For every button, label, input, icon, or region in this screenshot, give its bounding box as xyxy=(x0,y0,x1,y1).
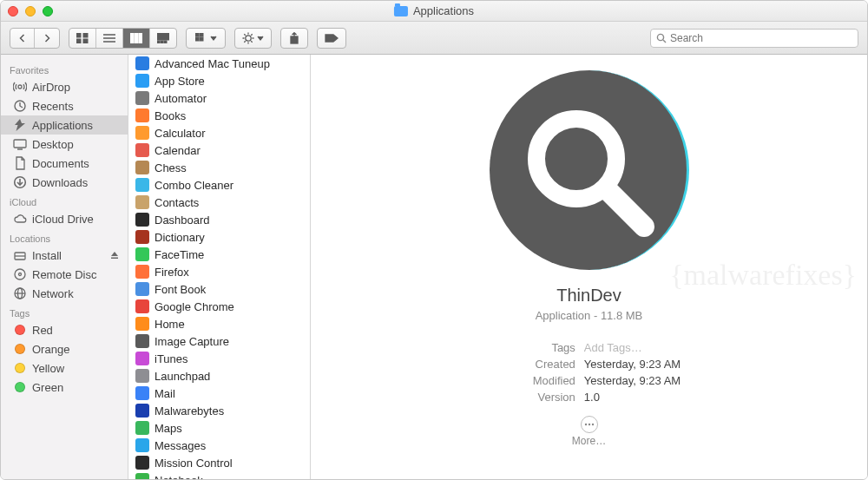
file-name: Launchpad xyxy=(155,370,210,383)
file-item[interactable]: Messages xyxy=(128,437,310,454)
file-name: Malwarebytes xyxy=(155,404,224,418)
svg-line-23 xyxy=(244,34,246,36)
sidebar-item-yellow[interactable]: Yellow xyxy=(1,358,128,378)
maximize-button[interactable] xyxy=(43,6,53,16)
network-icon xyxy=(13,286,27,300)
forward-button[interactable] xyxy=(35,29,59,48)
edit-tags-button[interactable] xyxy=(318,29,345,48)
svg-point-48 xyxy=(591,424,593,425)
file-name: Advanced Mac Tuneup xyxy=(155,57,270,70)
app-icon xyxy=(135,74,149,88)
app-icon xyxy=(135,438,149,452)
file-item[interactable]: Chess xyxy=(128,159,310,176)
file-item[interactable]: Combo Cleaner xyxy=(128,176,310,194)
more-button[interactable]: More… xyxy=(572,416,606,447)
sidebar-item-label: Applications xyxy=(32,119,93,132)
file-column[interactable]: Advanced Mac TuneupApp StoreAutomatorBoo… xyxy=(128,55,311,480)
file-name: App Store xyxy=(155,75,205,88)
sidebar-item-recents[interactable]: Recents xyxy=(1,96,128,115)
search-field[interactable] xyxy=(650,29,858,48)
column-view-button[interactable] xyxy=(123,29,150,48)
sidebar-item-red[interactable]: Red xyxy=(1,320,128,339)
downloads-icon xyxy=(13,175,27,189)
sidebar-item-install[interactable]: Install xyxy=(1,246,128,265)
file-item[interactable]: Books xyxy=(128,107,310,124)
file-item[interactable]: Notebook xyxy=(128,471,310,480)
file-item[interactable]: Firefox xyxy=(128,263,310,280)
sidebar-item-label: Recents xyxy=(32,100,74,113)
sidebar-item-downloads[interactable]: Downloads xyxy=(1,173,128,192)
search-icon xyxy=(656,33,667,43)
file-item[interactable]: Advanced Mac Tuneup xyxy=(128,55,310,72)
file-name: Google Chrome xyxy=(155,300,234,313)
arrange-button[interactable] xyxy=(187,29,225,48)
svg-rect-8 xyxy=(135,33,138,43)
file-item[interactable]: Launchpad xyxy=(128,367,310,385)
file-item[interactable]: Dictionary xyxy=(128,228,310,246)
icon-view-button[interactable] xyxy=(69,29,96,48)
app-icon xyxy=(135,195,149,209)
gallery-view-button[interactable] xyxy=(150,29,176,48)
svg-line-25 xyxy=(244,41,246,43)
app-icon xyxy=(135,108,149,122)
file-item[interactable]: Image Capture xyxy=(128,332,310,350)
sidebar-item-remote-disc[interactable]: Remote Disc xyxy=(1,265,128,284)
minimize-button[interactable] xyxy=(25,6,36,16)
list-view-button[interactable] xyxy=(96,29,123,48)
sidebar-item-airdrop[interactable]: AirDrop xyxy=(1,77,128,96)
action-button[interactable] xyxy=(235,29,271,48)
cloud-icon xyxy=(13,212,27,226)
file-item[interactable]: Dashboard xyxy=(128,211,310,228)
sidebar-item-label: Red xyxy=(32,324,53,337)
app-icon xyxy=(135,473,149,480)
desktop-icon xyxy=(13,137,27,151)
sidebar-item-desktop[interactable]: Desktop xyxy=(1,135,128,154)
file-item[interactable]: App Store xyxy=(128,72,310,89)
svg-rect-3 xyxy=(83,39,88,43)
share-button[interactable] xyxy=(281,29,307,48)
file-item[interactable]: Malwarebytes xyxy=(128,402,310,419)
meta-tags-value[interactable]: Add Tags… xyxy=(584,341,681,354)
file-item[interactable]: Google Chrome xyxy=(128,298,310,315)
window-title-text: Applications xyxy=(413,4,474,17)
app-icon xyxy=(135,421,149,435)
airdrop-icon xyxy=(13,80,27,94)
search-input[interactable] xyxy=(670,32,852,44)
sidebar-item-label: Documents xyxy=(32,157,89,170)
file-name: Combo Cleaner xyxy=(155,179,233,192)
back-button[interactable] xyxy=(10,29,35,48)
sidebar[interactable]: FavoritesAirDropRecentsApplicationsDeskt… xyxy=(1,55,128,480)
svg-line-45 xyxy=(608,190,644,227)
app-icon xyxy=(135,299,149,313)
file-item[interactable]: Font Book xyxy=(128,280,310,298)
file-item[interactable]: Calculator xyxy=(128,124,310,141)
eject-icon[interactable] xyxy=(110,249,119,262)
file-item[interactable]: FaceTime xyxy=(128,246,310,263)
sidebar-item-applications[interactable]: Applications xyxy=(1,115,128,135)
tags-group xyxy=(317,28,346,49)
disc-icon xyxy=(13,267,27,281)
action-group xyxy=(234,28,272,49)
file-item[interactable]: Mission Control xyxy=(128,454,310,471)
file-item[interactable]: Maps xyxy=(128,419,310,437)
file-item[interactable]: Calendar xyxy=(128,141,310,159)
sidebar-item-network[interactable]: Network xyxy=(1,284,128,303)
file-item[interactable]: Automator xyxy=(128,89,310,107)
app-icon xyxy=(135,404,149,418)
svg-rect-15 xyxy=(200,33,203,36)
file-name: Dictionary xyxy=(155,231,205,244)
sidebar-item-documents[interactable]: Documents xyxy=(1,154,128,173)
sidebar-item-orange[interactable]: Orange xyxy=(1,339,128,358)
sidebar-item-label: Orange xyxy=(32,343,69,356)
sidebar-item-green[interactable]: Green xyxy=(1,378,128,397)
close-button[interactable] xyxy=(8,6,18,16)
file-item[interactable]: Mail xyxy=(128,385,310,402)
file-name: Calendar xyxy=(155,144,201,157)
file-item[interactable]: Home xyxy=(128,315,310,332)
file-item[interactable]: iTunes xyxy=(128,350,310,367)
svg-point-18 xyxy=(246,35,251,40)
svg-point-47 xyxy=(588,424,589,425)
svg-line-30 xyxy=(663,40,666,43)
sidebar-item-icloud-drive[interactable]: iCloud Drive xyxy=(1,209,128,228)
file-item[interactable]: Contacts xyxy=(128,194,310,211)
